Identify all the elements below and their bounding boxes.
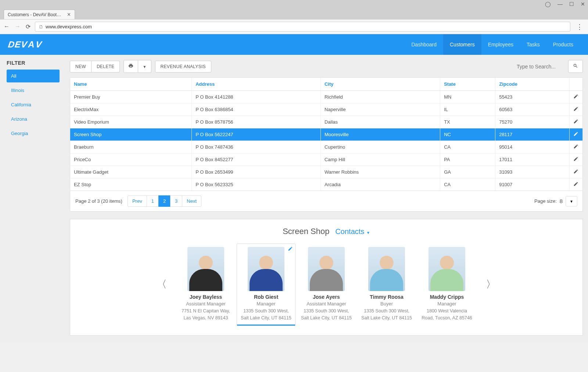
cell-name: ElectrixMax	[70, 103, 192, 116]
cell-city: Richfield	[320, 91, 440, 103]
cell-zip: 60563	[495, 103, 569, 116]
cell-name: Ultimate Gadget	[70, 166, 192, 178]
column-header-address[interactable]: Address	[192, 78, 321, 91]
customers-grid: NameAddressCityStateZipcode Premier BuyP…	[70, 77, 583, 191]
cell-zip: 28117	[495, 128, 569, 141]
table-row[interactable]: BraeburnP O Box 7487436CupertinoCA95014	[70, 141, 582, 153]
browser-menu-icon[interactable]: ⋮	[575, 23, 584, 31]
table-row[interactable]: Ultimate GadgetP O Box 2653499Warner Rob…	[70, 166, 582, 178]
user-icon[interactable]: ◯	[545, 1, 551, 7]
table-row[interactable]: Premier BuyP O Box 4141288RichfieldMN554…	[70, 91, 582, 103]
back-icon[interactable]: ←	[4, 23, 10, 30]
tab-title: Customers - DevAV Boot…	[8, 12, 61, 17]
cell-city: Arcadia	[320, 178, 440, 191]
filter-item-arizona[interactable]: Arizona	[7, 113, 60, 125]
filter-item-georgia[interactable]: Georgia	[7, 127, 60, 140]
avatar	[429, 247, 465, 291]
edit-row-button[interactable]	[569, 153, 582, 166]
contacts-prev-button[interactable]: 〈	[154, 277, 170, 291]
reload-icon[interactable]: ⟳	[26, 23, 31, 30]
page-icon: 🗋	[39, 24, 43, 29]
table-row[interactable]: Screen ShopP O Box 5622247MooresvilleNC2…	[70, 128, 582, 141]
cell-address: P O Box 6386854	[192, 103, 321, 116]
cell-state: MN	[440, 91, 495, 103]
cell-city: Cupertino	[320, 141, 440, 153]
nav-item-customers[interactable]: Customers	[443, 34, 481, 55]
detail-section-dropdown[interactable]: Contacts ▼	[335, 227, 370, 236]
print-button[interactable]	[123, 60, 138, 73]
cell-city: Dallas	[320, 116, 440, 128]
print-dropdown-button[interactable]: ▼	[138, 60, 151, 73]
column-header-zipcode[interactable]: Zipcode	[495, 78, 569, 91]
browser-tab[interactable]: Customers - DevAV Boot… ✕	[4, 10, 75, 19]
close-tab-icon[interactable]: ✕	[67, 12, 71, 17]
nav-item-products[interactable]: Products	[546, 34, 580, 55]
delete-button[interactable]: DELETE	[92, 61, 120, 72]
table-row[interactable]: Video EmporiumP O Box 8578756DallasTX752…	[70, 116, 582, 128]
pager-button-3[interactable]: 3	[170, 195, 182, 207]
table-row[interactable]: ElectrixMaxP O Box 6386854NapervilleIL60…	[70, 103, 582, 116]
minimize-icon[interactable]: —	[557, 1, 563, 7]
url-text: www.devexpress.com	[46, 24, 92, 29]
filter-item-california[interactable]: California	[7, 98, 60, 111]
browser-chrome: ◯ — ☐ ✕ Customers - DevAV Boot… ✕ ← → ⟳ …	[0, 0, 588, 34]
contact-card[interactable]: Joey BaylessAssistant Manager7751 N El C…	[176, 244, 235, 326]
edit-row-button[interactable]	[569, 178, 582, 191]
column-header-state[interactable]: State	[440, 78, 495, 91]
maximize-icon[interactable]: ☐	[569, 1, 574, 7]
chevron-down-icon: ▼	[366, 231, 370, 235]
cell-name: PriceCo	[70, 153, 192, 166]
contacts-next-button[interactable]: 〉	[483, 277, 499, 291]
edit-row-button[interactable]	[569, 128, 582, 141]
pager-button-2[interactable]: 2	[158, 195, 171, 207]
cell-city: Mooresville	[320, 128, 440, 141]
pager-button-next[interactable]: Next	[182, 195, 201, 207]
revenue-analysis-button[interactable]: REVENUE ANALYSIS	[155, 61, 211, 72]
pager-button-prev[interactable]: Prev	[128, 195, 147, 207]
browser-tabs: Customers - DevAV Boot… ✕	[0, 8, 588, 19]
edit-row-button[interactable]	[569, 166, 582, 178]
avatar	[368, 247, 405, 291]
nav-item-tasks[interactable]: Tasks	[520, 34, 546, 55]
table-row[interactable]: PriceCoP O Box 8452277Camp HillPA17011	[70, 153, 582, 166]
search-button[interactable]	[568, 60, 583, 73]
cell-city: Camp Hill	[320, 153, 440, 166]
filter-item-illinois[interactable]: Illinois	[7, 84, 60, 97]
pager-buttons: Prev123Next	[128, 195, 201, 207]
table-row[interactable]: EZ StopP O Box 5623325ArcadiaCA91007	[70, 178, 582, 191]
edit-row-button[interactable]	[569, 116, 582, 128]
pager-summary: Page 2 of 3 (20 items)	[75, 198, 122, 204]
contact-card[interactable]: Maddy CrippsManager1800 West ValenciaRoa…	[417, 244, 476, 326]
contact-card[interactable]: Jose AyersAssistant Manager1335 South 30…	[297, 244, 356, 326]
new-button[interactable]: NEW	[70, 61, 92, 72]
close-window-icon[interactable]: ✕	[581, 1, 585, 7]
cell-city: Warner Robbins	[320, 166, 440, 178]
cell-state: CA	[440, 141, 495, 153]
page-size-dropdown[interactable]: ▼	[566, 196, 577, 206]
edit-row-button[interactable]	[569, 103, 582, 116]
avatar	[308, 247, 345, 291]
filter-title: FILTER	[7, 60, 60, 66]
pager-bar: Page 2 of 3 (20 items) Prev123Next Page …	[70, 191, 583, 212]
contact-card[interactable]: Timmy RoosaBuyer1335 South 300 West,Salt…	[357, 244, 416, 326]
contact-card[interactable]: Rob GiestManager1335 South 300 West,Salt…	[237, 244, 295, 326]
edit-row-button[interactable]	[569, 91, 582, 103]
window-titlebar: ◯ — ☐ ✕	[0, 0, 588, 8]
nav-item-employees[interactable]: Employees	[481, 34, 520, 55]
contact-name: Rob Giest	[239, 294, 293, 300]
app-logo[interactable]: DEVAV	[8, 39, 42, 50]
page-size-value: 8	[560, 198, 563, 204]
app-header: DEVAV DashboardCustomersEmployeesTasksPr…	[0, 34, 588, 55]
column-header-city[interactable]: City	[320, 78, 440, 91]
pager-button-1[interactable]: 1	[147, 195, 159, 207]
column-header-name[interactable]: Name	[70, 78, 192, 91]
address-input[interactable]: 🗋 www.devexpress.com	[35, 22, 570, 32]
edit-contact-button[interactable]	[288, 246, 293, 252]
contact-name: Joey Bayless	[179, 294, 233, 300]
filter-item-all[interactable]: All	[7, 70, 60, 82]
nav-item-dashboard[interactable]: Dashboard	[405, 34, 444, 55]
forward-icon[interactable]: →	[15, 23, 21, 30]
search-input[interactable]	[514, 61, 565, 72]
edit-row-button[interactable]	[569, 141, 582, 153]
cell-zip: 31093	[495, 166, 569, 178]
